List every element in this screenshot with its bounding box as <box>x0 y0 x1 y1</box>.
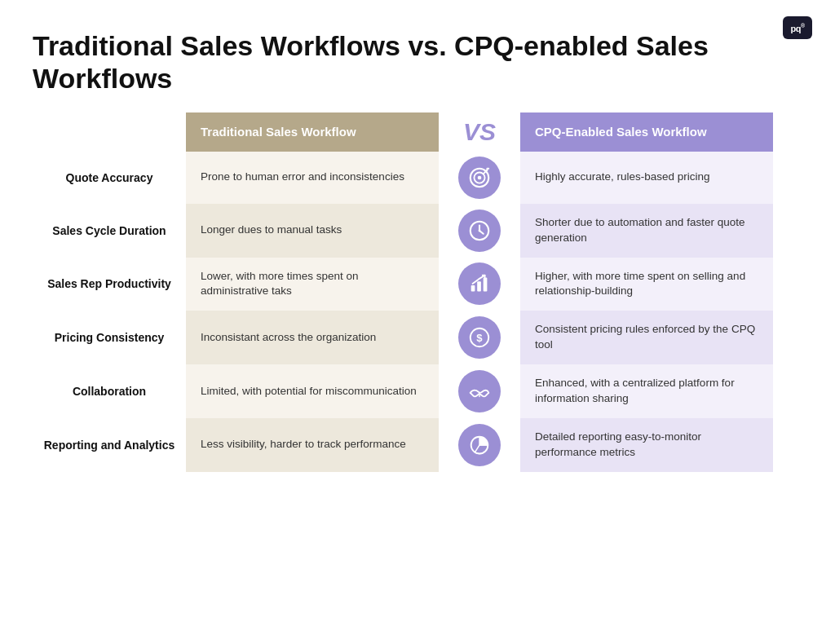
svg-rect-10 <box>484 278 488 292</box>
dollar-icon: $ <box>458 316 501 359</box>
clock-icon <box>458 210 501 252</box>
pie-svg <box>467 433 492 457</box>
header-empty <box>33 112 186 152</box>
row-label-5: Reporting and Analytics <box>33 418 186 472</box>
row-cpq-4: Enhanced, with a centralized platform fo… <box>520 364 773 418</box>
header-cpq: CPQ-Enabled Sales Workflow <box>520 112 773 152</box>
row-label-0: Quote Accuracy <box>33 152 186 204</box>
header-traditional: Traditional Sales Workflow <box>186 112 439 152</box>
handshake-icon <box>458 370 501 412</box>
row-icon-3: $ <box>439 311 520 364</box>
svg-text:$: $ <box>476 332 483 344</box>
row-icon-0 <box>439 152 520 204</box>
chart-svg <box>467 271 492 296</box>
row-label-2: Sales Rep Productivity <box>33 258 186 311</box>
row-trad-0: Prone to human error and inconsistencies <box>186 152 439 204</box>
page: pq® Traditional Sales Workflows vs. CPQ-… <box>0 0 835 644</box>
row-cpq-5: Detailed reporting easy-to-monitor perfo… <box>520 418 773 472</box>
row-cpq-2: Higher, with more time spent on selling … <box>520 258 773 311</box>
chart-icon <box>458 262 501 305</box>
svg-rect-9 <box>477 282 481 292</box>
svg-rect-8 <box>471 285 475 292</box>
row-cpq-1: Shorter due to automation and faster quo… <box>520 204 773 258</box>
clock-svg <box>467 218 492 243</box>
row-icon-4 <box>439 364 520 418</box>
row-label-1: Sales Cycle Duration <box>33 204 186 258</box>
svg-point-7 <box>479 229 481 232</box>
row-trad-3: Inconsistant across the organization <box>186 311 439 364</box>
dollar-svg: $ <box>467 325 492 350</box>
row-trad-2: Lower, with more times spent on administ… <box>186 258 439 311</box>
handshake-svg <box>467 379 492 404</box>
row-cpq-3: Consistent pricing rules enforced by the… <box>520 311 773 364</box>
row-trad-5: Less visibility, harder to track perform… <box>186 418 439 472</box>
header-vs: VS <box>439 112 520 152</box>
page-title: Traditional Sales Workflows vs. CPQ-enab… <box>33 29 802 95</box>
row-label-4: Collaboration <box>33 364 186 418</box>
comparison-table: Traditional Sales Workflow VS CPQ-Enable… <box>33 112 802 471</box>
row-icon-2 <box>439 258 520 311</box>
pie-icon <box>458 424 501 466</box>
row-trad-1: Longer dues to manual tasks <box>186 204 439 258</box>
row-label-3: Pricing Consistency <box>33 311 186 364</box>
logo-badge: pq® <box>783 16 812 39</box>
row-trad-4: Limited, with potential for miscommunica… <box>186 364 439 418</box>
row-icon-1 <box>439 204 520 258</box>
svg-point-2 <box>478 175 482 179</box>
target-icon <box>458 157 501 199</box>
row-icon-5 <box>439 418 520 472</box>
row-cpq-0: Highly accurate, rules-based pricing <box>520 152 773 204</box>
target-svg <box>467 165 492 190</box>
